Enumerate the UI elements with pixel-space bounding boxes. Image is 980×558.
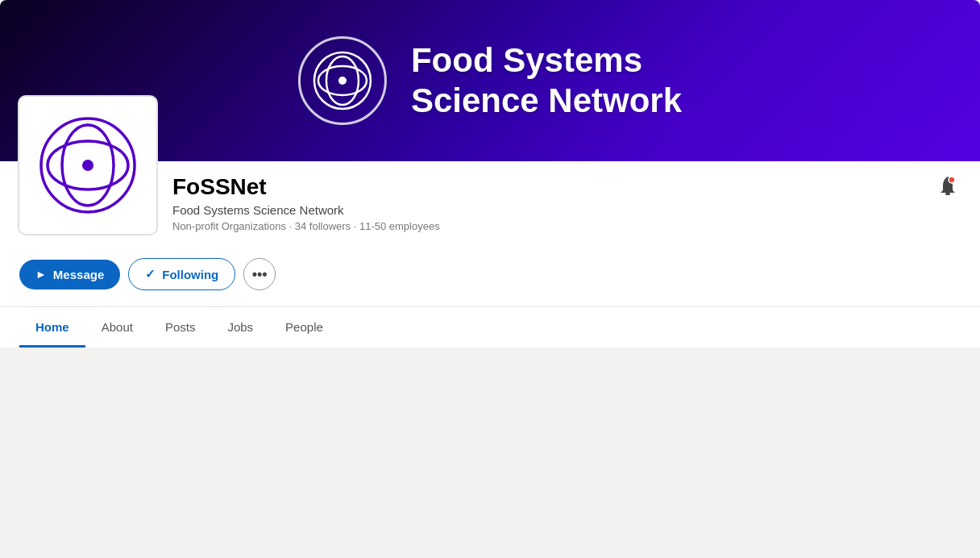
tab-jobs[interactable]: Jobs: [211, 307, 269, 348]
banner-logo-svg: [310, 48, 375, 113]
tab-about[interactable]: About: [85, 307, 149, 348]
profile-info: FoSSNet Food Systems Science Network Non…: [172, 161, 961, 242]
avatar-inner: [27, 105, 148, 226]
svg-point-7: [82, 160, 93, 171]
tab-people[interactable]: People: [269, 307, 339, 348]
more-dots-icon: •••: [252, 266, 268, 283]
banner-title-line1: Food Systems: [411, 40, 682, 81]
check-icon: ✓: [145, 267, 156, 281]
more-options-button[interactable]: •••: [243, 258, 276, 290]
banner-logo: [298, 36, 387, 125]
message-label: Message: [53, 268, 104, 281]
page-wrapper: Food Systems Science Network: [0, 0, 980, 348]
org-meta: Non-profit Organizations · 34 followers …: [172, 220, 961, 232]
avatar: [19, 97, 156, 234]
send-icon: ►: [35, 268, 47, 281]
org-short-name: FoSSNet: [172, 174, 961, 200]
svg-point-9: [949, 177, 955, 183]
banner-title-line2: Science Network: [411, 81, 682, 121]
svg-point-3: [338, 77, 347, 85]
profile-card: Food Systems Science Network: [0, 0, 980, 348]
nav-tabs: Home About Posts Jobs People: [0, 307, 980, 348]
bell-icon[interactable]: [935, 174, 961, 200]
action-buttons: ► Message ✓ Following •••: [19, 242, 961, 306]
svg-rect-8: [945, 193, 950, 195]
org-full-name: Food Systems Science Network: [172, 203, 961, 217]
banner-title-block: Food Systems Science Network: [411, 40, 682, 122]
bell-icon-wrapper[interactable]: [935, 174, 961, 203]
tab-posts[interactable]: Posts: [149, 307, 212, 348]
message-button[interactable]: ► Message: [19, 260, 120, 289]
profile-section: FoSSNet Food Systems Science Network Non…: [0, 161, 980, 306]
banner-content: Food Systems Science Network: [266, 20, 714, 141]
following-button[interactable]: ✓ Following: [128, 258, 235, 290]
avatar-svg: [35, 113, 140, 218]
tab-home[interactable]: Home: [19, 307, 85, 348]
following-label: Following: [162, 268, 218, 281]
